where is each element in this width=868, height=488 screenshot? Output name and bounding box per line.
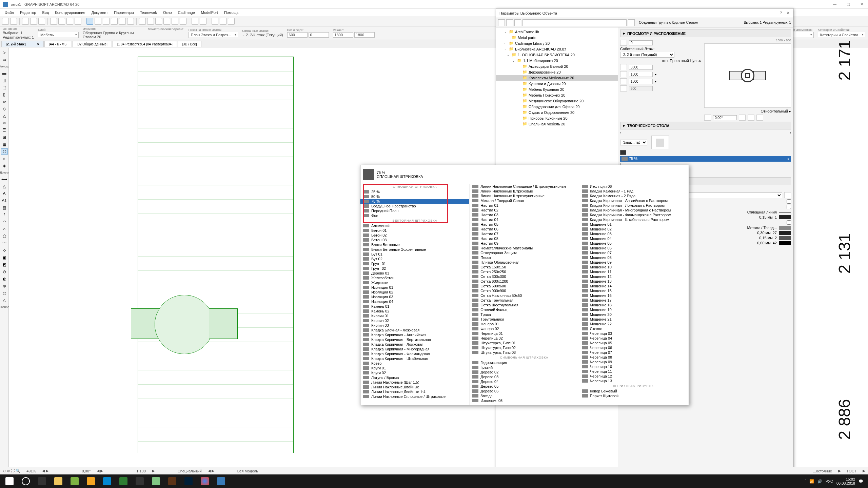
chk1[interactable] bbox=[787, 199, 791, 204]
hatch-item[interactable]: Черепица 10 bbox=[579, 364, 688, 369]
hatch-item[interactable]: Черепица 08 bbox=[579, 355, 688, 360]
tool-arc[interactable]: ◠ bbox=[1, 219, 8, 225]
tool-window[interactable]: ⬚ bbox=[1, 84, 8, 90]
hatch-item[interactable]: Мощение 07 bbox=[579, 250, 688, 255]
minimize-button[interactable]: — bbox=[831, 1, 839, 7]
menu-Teamwork[interactable]: Teamwork bbox=[137, 10, 160, 15]
hatch-item[interactable]: Линии Наклонные Штриховые bbox=[470, 189, 578, 194]
hatch-item[interactable]: Фанера 02 bbox=[470, 326, 578, 331]
task-app4[interactable] bbox=[116, 475, 131, 487]
tool-pen[interactable] bbox=[38, 18, 45, 25]
fld-h[interactable]: 1800 bbox=[354, 32, 375, 38]
tree-node[interactable]: 📁Оборудование для Офиса 20 bbox=[496, 104, 618, 109]
hatch-item[interactable]: Черепица 04 bbox=[579, 336, 688, 341]
hatch-item[interactable]: 25 % bbox=[360, 189, 469, 194]
cat-dd[interactable]: Категории и Свойства bbox=[818, 32, 865, 38]
hatch-item[interactable]: Штукатурка, Гипс 02 bbox=[470, 345, 578, 350]
hatch-item[interactable]: Фанера 01 bbox=[470, 322, 578, 326]
tree-node[interactable]: ⌄📁ArchiFrame.lib bbox=[496, 29, 618, 35]
hatch-item[interactable]: Бут 02 bbox=[360, 257, 469, 261]
tool-dim[interactable]: ⟷ bbox=[1, 176, 8, 182]
hatch-item[interactable]: Дерево 04 bbox=[470, 379, 578, 384]
hatch-selected-row[interactable]: 75 %▸ bbox=[620, 156, 791, 162]
tool-hotspot[interactable]: ⊹ bbox=[1, 247, 8, 253]
menu-ModelPort[interactable]: ModelPort bbox=[198, 10, 221, 15]
hatch-item[interactable]: Черепица 09 bbox=[579, 360, 688, 364]
hatch-item[interactable]: Бетон 01 bbox=[360, 228, 469, 233]
task-app5[interactable] bbox=[132, 475, 147, 487]
fld-r2[interactable]: 0 bbox=[309, 32, 329, 38]
fld-r1[interactable]: 600 bbox=[287, 32, 308, 38]
tool-open[interactable] bbox=[10, 18, 17, 25]
menu-Файл[interactable]: Файл bbox=[2, 10, 17, 15]
tree-node[interactable]: 📁Комплекты Мебельные 20 bbox=[496, 75, 618, 81]
layer-dropdown[interactable]: Мебель bbox=[38, 32, 79, 38]
hatch-item[interactable]: Гидроизоляция bbox=[470, 360, 578, 365]
tree-node[interactable]: 📁Metal parts bbox=[496, 35, 618, 40]
hatch-item[interactable]: Круги 02 bbox=[360, 370, 469, 375]
prop-angle[interactable] bbox=[713, 115, 737, 120]
hatch-item[interactable]: Камень 02 bbox=[360, 309, 469, 313]
tool-column[interactable]: ▯ bbox=[1, 92, 8, 98]
hatch-item[interactable]: Металл / Твердый Сплав bbox=[470, 198, 578, 203]
hatch-item[interactable]: Кладка Кирпичная - Фламандская с Раствор… bbox=[579, 212, 688, 217]
tool-wall[interactable]: ▬ bbox=[1, 70, 8, 76]
hatch-item[interactable]: Сетка Шестиугольная bbox=[470, 303, 578, 307]
close-button[interactable]: ✕ bbox=[858, 1, 865, 7]
hatch-item[interactable]: Сетка 600x1200 bbox=[470, 279, 578, 284]
hatch-item[interactable]: Изоляция 01 bbox=[360, 285, 469, 290]
hatch-item[interactable]: Кладка Кирпичная - Штабельная bbox=[360, 356, 469, 361]
tool-circle[interactable]: ○ bbox=[1, 226, 8, 232]
hatch-item[interactable]: Грунт 02 bbox=[360, 266, 469, 271]
ref-label[interactable]: отн. Проектный Нуль ▸ bbox=[662, 59, 702, 63]
maximize-button[interactable]: ▢ bbox=[845, 1, 852, 7]
hatch-item[interactable]: Песок bbox=[470, 255, 578, 260]
hatch-item[interactable]: Черепица 06 bbox=[579, 345, 688, 350]
tool-rect-active[interactable] bbox=[86, 18, 93, 25]
start-button[interactable] bbox=[2, 475, 17, 487]
hatch-item[interactable]: Сетка Треугольная bbox=[470, 298, 578, 303]
menu-Помощь[interactable]: Помощь bbox=[221, 10, 241, 15]
hatch-item[interactable]: Кирпич 01 bbox=[360, 313, 469, 318]
hatch-item[interactable]: Кладка Кирпичная - Штабельная с Растворо… bbox=[579, 217, 688, 222]
geom-opt[interactable] bbox=[148, 31, 155, 39]
tool-line[interactable]: / bbox=[1, 212, 8, 218]
tool-e2[interactable] bbox=[220, 18, 226, 25]
hatch-item[interactable]: Мощение 09 bbox=[579, 260, 688, 265]
hatch-item[interactable]: Мощение 19 bbox=[579, 307, 688, 312]
tool-fig[interactable]: ▣ bbox=[1, 255, 8, 261]
hatch-item[interactable]: Кладка Кирпичная - Вертикальная bbox=[360, 337, 469, 342]
hatch-item[interactable]: Кирпич 02 bbox=[360, 318, 469, 323]
hatch-item[interactable]: Кладка Кирпичная - Ложковая bbox=[360, 342, 469, 347]
hatch-item[interactable]: Латунь / Бронза bbox=[360, 375, 469, 380]
hatch-item[interactable]: Сетка Наклонная 50x50 bbox=[470, 293, 578, 298]
hatch-item[interactable]: Линии Наклонные (Шаг 1.5) bbox=[360, 380, 469, 385]
hatch-item[interactable]: Мощение 13 bbox=[579, 279, 688, 284]
hatch-item[interactable]: Бетон 02 bbox=[360, 233, 469, 238]
hatch-item[interactable]: Огнеупорная Защита bbox=[470, 250, 578, 255]
hatch-item[interactable]: Кладка Блочная - Ложковая bbox=[360, 328, 469, 332]
mir2[interactable] bbox=[748, 115, 754, 121]
hatch-item[interactable]: Дерево 01 bbox=[360, 271, 469, 276]
hatch-item[interactable]: Мощение 16 bbox=[579, 293, 688, 298]
tray-vol[interactable]: 🔊 bbox=[817, 479, 822, 484]
d-search-input[interactable] bbox=[522, 19, 627, 26]
tool-c3[interactable] bbox=[155, 18, 162, 25]
menu-Cadimage[interactable]: Cadimage bbox=[175, 10, 198, 15]
tool-b5[interactable] bbox=[127, 18, 134, 25]
hatch-item[interactable]: Мощение 15 bbox=[579, 288, 688, 293]
hatch-item[interactable]: Грунт 01 bbox=[360, 261, 469, 266]
hatch-item[interactable]: Алюминий bbox=[360, 223, 469, 228]
hatch-item[interactable]: Мощение 22 bbox=[579, 322, 688, 326]
tool-poly[interactable]: ⬠ bbox=[1, 233, 8, 239]
hatch-item[interactable]: Ковер Бежевый bbox=[579, 389, 688, 393]
tool-mesh[interactable]: ⊞ bbox=[1, 134, 8, 140]
tool-arrow[interactable] bbox=[22, 18, 29, 25]
tool-shell[interactable]: ≋ bbox=[1, 120, 8, 126]
chk2[interactable] bbox=[787, 205, 791, 209]
tool-detail[interactable]: ⊕ bbox=[1, 283, 8, 289]
hatch-item[interactable]: Изоляция 02 bbox=[360, 290, 469, 294]
tray-net[interactable]: 📶 bbox=[809, 479, 814, 484]
tool-c2[interactable] bbox=[147, 18, 154, 25]
hatch-item[interactable]: Железобетон bbox=[360, 276, 469, 280]
